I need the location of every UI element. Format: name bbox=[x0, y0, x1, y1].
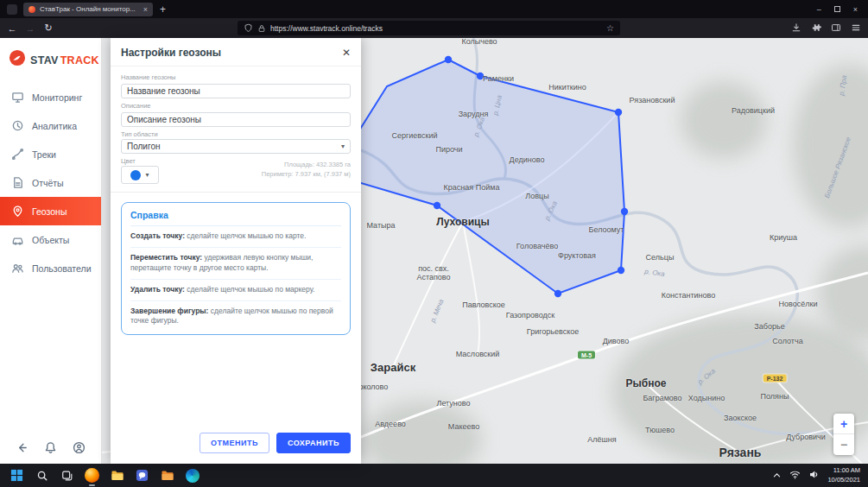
sidebar-item-users[interactable]: Пользователи bbox=[0, 254, 101, 282]
screen-sidebar-icon[interactable] bbox=[831, 21, 841, 36]
tab-bar: СтавТрак - Онлайн монитор... × + – × bbox=[0, 0, 868, 18]
maximize-button[interactable] bbox=[834, 6, 840, 12]
file-explorer-icon[interactable] bbox=[108, 466, 126, 484]
field-label: Цвет bbox=[121, 157, 159, 165]
reload-button[interactable]: ↻ bbox=[40, 18, 57, 38]
geofence-name-field: Название геозоны bbox=[121, 73, 351, 98]
close-window-button[interactable]: × bbox=[853, 5, 858, 14]
zoom-out-button[interactable]: − bbox=[833, 434, 854, 455]
area-type-select[interactable]: Полигон ▾ bbox=[121, 139, 351, 154]
map-place-label: Павловское bbox=[462, 300, 505, 309]
help-item: Удалить точку: сделайте щелчок мышью по … bbox=[130, 279, 341, 300]
sidebar-item-analytics[interactable]: Аналитика bbox=[0, 111, 101, 140]
back-button[interactable]: ← bbox=[3, 18, 21, 38]
map-river-label: р. Ока bbox=[472, 116, 486, 137]
divider bbox=[111, 192, 361, 193]
zoom-in-button[interactable]: + bbox=[833, 414, 854, 434]
map-place-label: Григорьевское bbox=[527, 327, 579, 336]
road-badge: М-5 bbox=[578, 351, 595, 359]
search-button[interactable] bbox=[33, 466, 51, 484]
geofence-name-input[interactable] bbox=[121, 84, 351, 98]
map-place-label: Красная Пойма bbox=[444, 183, 500, 192]
downloads-icon[interactable] bbox=[791, 21, 801, 36]
collapse-sidebar-icon[interactable] bbox=[16, 441, 29, 454]
menu-hamburger-icon[interactable] bbox=[851, 21, 861, 36]
map-zoom-control: + − bbox=[833, 414, 854, 455]
cancel-button[interactable]: ОТМЕНИТЬ bbox=[200, 433, 269, 453]
color-field: Цвет ▾ bbox=[121, 157, 159, 184]
stavtrack-logo-icon bbox=[9, 49, 26, 70]
profile-icon[interactable] bbox=[73, 441, 86, 454]
close-icon[interactable]: ✕ bbox=[342, 47, 351, 59]
sidebar-item-label: Мониторинг bbox=[32, 92, 82, 103]
extensions-puzzle-icon[interactable] bbox=[811, 21, 821, 36]
help-item: Завершение фигуры: сделайте щелчок мышью… bbox=[130, 300, 341, 332]
sidebar-item-label: Геозоны bbox=[32, 206, 67, 217]
tray-time: 11:00 AM bbox=[827, 466, 860, 475]
task-view-button[interactable] bbox=[58, 466, 76, 484]
sidebar-item-objects[interactable]: Объекты bbox=[0, 225, 101, 254]
map-place-label: Криуша bbox=[770, 233, 797, 242]
sidebar-bottom-icons bbox=[0, 441, 101, 454]
map-river-label: р. Ока bbox=[543, 200, 559, 222]
minimize-button[interactable]: – bbox=[817, 5, 821, 14]
url-text: https://www.stavtrack.online/tracks bbox=[270, 24, 602, 33]
save-button[interactable]: СОХРАНИТЬ bbox=[276, 433, 351, 453]
map-place-label: Белоомут bbox=[589, 225, 624, 234]
map-place-label: Тюшево bbox=[645, 426, 675, 434]
sidebar-item-monitoring[interactable]: Мониторинг bbox=[0, 83, 101, 111]
folder-orange-icon[interactable] bbox=[158, 466, 176, 484]
bookmark-star-icon[interactable]: ☆ bbox=[606, 23, 614, 33]
tray-date: 10/05/2021 bbox=[827, 476, 860, 484]
map-place-label: Ходынино bbox=[688, 394, 725, 402]
perimeter-stat: Периметр: 7.937 км, (7.937 м) bbox=[262, 169, 351, 179]
volume-icon[interactable] bbox=[808, 468, 820, 484]
map-place-label: Зарайск bbox=[371, 361, 415, 374]
map-place-label: Радовицкий bbox=[732, 106, 775, 115]
map-place-label: Раменки bbox=[483, 74, 514, 83]
map-place-label: Макеево bbox=[448, 422, 479, 431]
field-label: Тип области bbox=[121, 130, 351, 138]
sidebar: STAVTRACK МониторингАналитикаТрекиОтчёты… bbox=[0, 38, 102, 464]
map-place-label: Солотча bbox=[772, 337, 802, 345]
field-label: Описание bbox=[121, 102, 351, 110]
sidebar-item-reports[interactable]: Отчёты bbox=[0, 168, 101, 197]
start-button[interactable] bbox=[8, 466, 26, 484]
map-place-label: Дединово bbox=[510, 155, 545, 164]
map-river-label: р. Цна bbox=[491, 95, 504, 117]
description-input[interactable] bbox=[121, 112, 351, 127]
map-place-label: Авдеево bbox=[375, 420, 406, 428]
lock-icon[interactable] bbox=[257, 24, 266, 33]
map-place-label: Баграмово bbox=[643, 394, 681, 402]
new-tab-button[interactable]: + bbox=[160, 4, 166, 15]
taskbar-icons bbox=[8, 466, 201, 484]
chat-icon[interactable] bbox=[133, 466, 151, 484]
browser-tab[interactable]: СтавТрак - Онлайн монитор... × bbox=[23, 3, 153, 16]
forward-button[interactable]: → bbox=[22, 18, 39, 38]
color-swatch bbox=[130, 170, 141, 180]
help-items: Создать точку: сделайте щелчок мышью по … bbox=[130, 226, 341, 332]
color-picker[interactable]: ▾ bbox=[121, 166, 159, 184]
tab-close-icon[interactable]: × bbox=[143, 5, 148, 14]
sidebar-item-geozones[interactable]: Геозоны bbox=[0, 197, 101, 225]
sidebar-item-label: Объекты bbox=[32, 235, 69, 245]
tracking-shield-icon[interactable] bbox=[244, 23, 253, 33]
color-row: Цвет ▾ Площадь: 432.3385 га Периметр: 7.… bbox=[121, 157, 351, 184]
sidebar-item-tracks[interactable]: Треки bbox=[0, 140, 101, 168]
field-label: Название геозоны bbox=[121, 73, 351, 81]
map-place-label: Колычево bbox=[461, 38, 497, 46]
firefox-view-icon[interactable] bbox=[7, 4, 17, 15]
map-place-label: Новосёлки bbox=[779, 300, 818, 308]
tray-chevron-up-icon[interactable] bbox=[772, 468, 782, 484]
edge-icon[interactable] bbox=[183, 466, 201, 484]
map-river-label: р. Пра bbox=[838, 75, 848, 97]
wifi-icon[interactable] bbox=[789, 468, 801, 484]
browser-window: СтавТрак - Онлайн монитор... × + – × ← →… bbox=[0, 0, 868, 487]
url-bar[interactable]: https://www.stavtrack.online/tracks ☆ bbox=[238, 21, 620, 35]
firefox-taskbar-icon[interactable] bbox=[83, 466, 101, 484]
area-type-value: Полигон bbox=[127, 142, 160, 151]
map-place-label: Дубровичи bbox=[786, 433, 826, 441]
geofence-stats: Площадь: 432.3385 га Периметр: 7.937 км,… bbox=[262, 157, 351, 180]
notifications-bell-icon[interactable] bbox=[44, 441, 57, 454]
clock[interactable]: 11:00 AM 10/05/2021 bbox=[827, 466, 860, 484]
